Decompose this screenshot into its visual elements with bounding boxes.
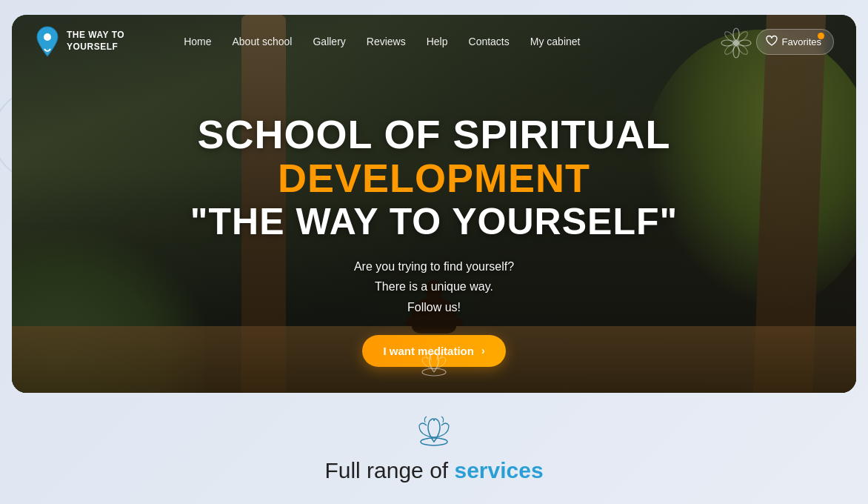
nav-reviews[interactable]: Reviews — [367, 36, 406, 47]
nav-home[interactable]: Home — [184, 36, 211, 47]
nav-help[interactable]: Help — [427, 36, 448, 47]
subtitle-line2: There is a unique way. — [375, 280, 493, 293]
hero-section: THE WAY TO YOURSELF Home About school Ga… — [12, 15, 856, 393]
nav-about[interactable]: About school — [233, 36, 293, 47]
hero-subtitle: Are you trying to find yourself? There i… — [12, 256, 856, 317]
nav-cabinet[interactable]: My cabinet — [530, 36, 581, 47]
favorites-button[interactable]: Favorites — [756, 29, 834, 55]
favorites-label: Favorites — [782, 36, 821, 47]
hero-title-line3: "THE WAY TO YOURSELF" — [12, 201, 856, 244]
site-logo[interactable]: THE WAY TO YOURSELF — [34, 25, 124, 58]
nav-links: Home About school Gallery Reviews Help C… — [184, 36, 580, 47]
svg-point-9 — [44, 33, 51, 41]
favorites-dot — [818, 33, 824, 39]
services-section: Full range of services — [12, 393, 856, 498]
nav-gallery[interactable]: Gallery — [313, 36, 345, 47]
services-heading-part1: Full range of — [324, 458, 454, 483]
subtitle-line1: Are you trying to find yourself? — [354, 260, 514, 273]
services-heading: Full range of services — [27, 458, 841, 483]
cta-arrow-icon: › — [481, 345, 485, 357]
hero-content: SCHOOL OF SPIRITUAL DEVELOPMENT "THE WAY… — [12, 68, 856, 367]
services-heading-highlight: services — [454, 458, 543, 483]
logo-line1: THE WAY TO — [67, 30, 124, 40]
services-icon — [27, 415, 841, 451]
bottom-ornament — [416, 348, 452, 381]
logo-line2: YOURSELF — [67, 42, 118, 52]
heart-icon — [766, 35, 778, 49]
subtitle-line3: Follow us! — [407, 301, 461, 314]
navbar: THE WAY TO YOURSELF Home About school Ga… — [12, 15, 856, 68]
nav-contacts[interactable]: Contacts — [469, 36, 510, 47]
hero-title-line1: SCHOOL OF SPIRITUAL — [12, 113, 856, 156]
hero-title-line2: DEVELOPMENT — [12, 156, 856, 200]
